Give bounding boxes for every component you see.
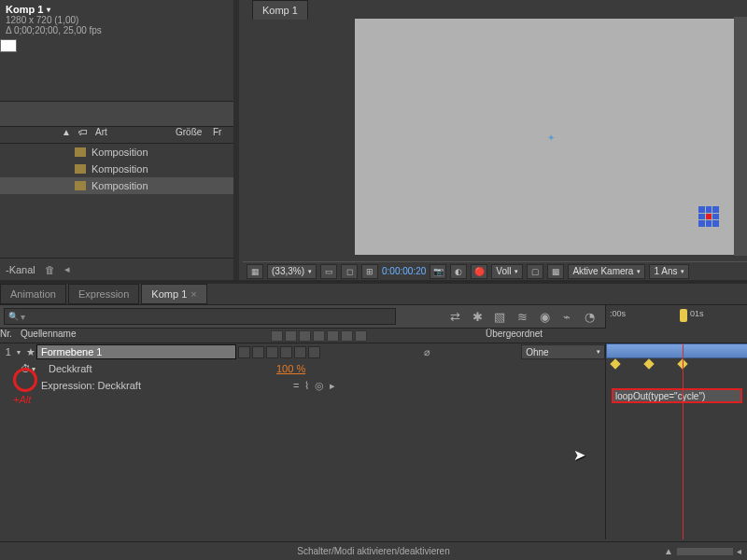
aspect-icon[interactable]: ▭ xyxy=(320,264,337,279)
frame-blend-icon[interactable]: ▧ xyxy=(491,308,508,325)
lock-icon[interactable] xyxy=(313,330,325,342)
resolution-dropdown[interactable]: Voll xyxy=(491,264,523,279)
trash-icon[interactable]: 🗑 xyxy=(45,264,55,275)
timeline-tabs: Animation Expression Komp 1× xyxy=(0,284,747,304)
switch[interactable] xyxy=(238,346,250,358)
close-icon[interactable]: × xyxy=(190,288,196,300)
comp-icon xyxy=(75,147,86,157)
expr-enable-icon[interactable]: = xyxy=(293,380,299,392)
grid-icon[interactable]: ▦ xyxy=(247,264,263,279)
current-time[interactable]: 0:00:00:20 xyxy=(382,266,426,276)
layer-row[interactable]: 1 ▾ ★ Formebene 1 ⌀ Ohne xyxy=(0,343,605,360)
twirl-down-icon[interactable]: ▾ xyxy=(17,348,27,357)
col-fr[interactable]: Fr xyxy=(213,127,233,143)
timeline-footer: Schalter/Modi aktivieren/deaktivieren ▲ … xyxy=(0,541,747,560)
pickwhip-icon[interactable]: ⌀ xyxy=(424,346,430,357)
label-icon[interactable] xyxy=(327,330,339,342)
timeline-search-input[interactable]: ▾ xyxy=(4,308,396,325)
comp-icon xyxy=(75,181,86,190)
viewer-toolbar: ▦ (33,3%) ▭ ◻ ⊞ 0:00:00:20 📷 ◐ 🔴 Voll ▢ … xyxy=(243,261,747,280)
mask-icon[interactable]: ◻ xyxy=(341,264,358,279)
expr-graph-icon[interactable]: ⌇ xyxy=(304,380,309,392)
draft3d-icon[interactable]: ✱ xyxy=(469,308,486,325)
current-time-indicator[interactable] xyxy=(677,305,688,329)
project-list-header[interactable]: ▲ 🏷 Art Größe Fr xyxy=(0,127,233,144)
comp-flowchart-icon[interactable]: ⇄ xyxy=(446,308,463,325)
layer-duration-bar[interactable] xyxy=(606,343,747,358)
timeline-ruler[interactable]: :00s 01s xyxy=(605,305,747,329)
tab-expression[interactable]: Expression xyxy=(68,284,139,304)
project-filter-bar[interactable] xyxy=(0,101,233,127)
comp-timecode-fps: Δ 0;00;20;00, 25,00 fps xyxy=(6,25,228,35)
expression-text-field[interactable]: loopOut(type="cycle") xyxy=(612,388,742,403)
property-row[interactable]: ⏱ ▾ Deckkraft 100 % xyxy=(0,360,605,377)
timeline-zoom[interactable]: ▲ ◂ xyxy=(664,546,741,556)
zoom-slider[interactable] xyxy=(677,548,733,555)
shape-layer-handles[interactable] xyxy=(698,206,719,227)
timeline-track-area[interactable]: loopOut(type="cycle") xyxy=(605,343,747,539)
color-icon[interactable]: 🔴 xyxy=(471,264,487,279)
switches-toggle[interactable]: Schalter/Modi aktivieren/deaktivieren xyxy=(297,546,449,556)
switch[interactable] xyxy=(266,346,278,358)
switch[interactable] xyxy=(280,346,292,358)
tab-animation[interactable]: Animation xyxy=(0,284,66,304)
timeline-columns: Nr. Quellenname Übergeordnet xyxy=(0,329,747,343)
prev-icon[interactable]: ◂ xyxy=(64,263,70,275)
fx-icon[interactable] xyxy=(285,330,297,342)
motion-blur-icon[interactable]: ≋ xyxy=(514,308,530,325)
stopwatch-icon[interactable]: ⏱ xyxy=(19,362,32,375)
autokeyframe-icon[interactable]: ◔ xyxy=(581,308,598,325)
cti-line[interactable] xyxy=(683,343,684,539)
col-size[interactable]: Größe xyxy=(176,127,213,143)
solo-icon[interactable] xyxy=(299,330,311,342)
graph-editor-icon[interactable]: ⌁ xyxy=(558,308,575,325)
keyframe-icon[interactable] xyxy=(643,358,654,369)
project-panel: Komp 1 1280 x 720 (1,00) Δ 0;00;20;00, 2… xyxy=(0,0,233,103)
comp-icon xyxy=(75,164,86,174)
shy-icon[interactable] xyxy=(271,330,283,342)
expr-menu-icon[interactable]: ▸ xyxy=(330,380,335,392)
annotation-alt: +Alt xyxy=(13,394,31,405)
comp-thumbnail xyxy=(0,39,17,52)
comp-title[interactable]: Komp 1 xyxy=(6,4,228,15)
panel-divider[interactable] xyxy=(233,0,239,280)
keyframe-icon[interactable] xyxy=(610,358,620,369)
twirl-icon[interactable]: ▾ xyxy=(32,365,43,373)
timeline-toolbar: ▾ ⇄ ✱ ▧ ≋ ◉ ⌁ ◔ :00s 01s xyxy=(0,304,747,329)
sort-arrow-icon[interactable]: ▲ xyxy=(0,127,75,143)
list-item[interactable]: Komposition xyxy=(0,177,233,194)
switch[interactable] xyxy=(294,346,306,358)
roi-icon[interactable]: ▢ xyxy=(527,264,543,279)
camera-dropdown[interactable]: Aktive Kamera xyxy=(568,264,645,279)
composition-viewport[interactable]: ✦ xyxy=(355,19,747,255)
snapshot-icon[interactable]: 📷 xyxy=(430,264,446,279)
quality-icon[interactable] xyxy=(341,330,353,342)
zoom-dropdown[interactable]: (33,3%) xyxy=(267,264,317,279)
switch[interactable] xyxy=(308,346,320,358)
tab-komp1[interactable]: Komp 1× xyxy=(141,284,206,304)
safe-icon[interactable]: ⊞ xyxy=(361,264,378,279)
channel-icon[interactable]: ◐ xyxy=(450,264,467,279)
list-item[interactable]: Komposition xyxy=(0,144,233,161)
zoom-in-icon[interactable]: ◂ xyxy=(737,546,741,556)
property-name: Deckkraft xyxy=(43,363,276,374)
col-switches xyxy=(271,329,482,343)
layer-name-field[interactable]: Formebene 1 xyxy=(36,344,236,359)
views-dropdown[interactable]: 1 Ans xyxy=(649,264,689,279)
brainstorm-icon[interactable]: ◉ xyxy=(536,308,553,325)
viewer-scrollbar[interactable] xyxy=(734,17,747,256)
shape-layer-icon: ★ xyxy=(26,346,36,358)
keyframe-row xyxy=(606,358,747,371)
switch[interactable] xyxy=(252,346,264,358)
viewer-tab[interactable]: Komp 1 xyxy=(252,0,308,20)
zoom-out-icon[interactable]: ▲ xyxy=(664,546,673,556)
list-item[interactable]: Komposition xyxy=(0,161,233,177)
tag-icon[interactable]: 🏷 xyxy=(75,127,92,143)
3d-icon[interactable] xyxy=(355,330,367,342)
parent-dropdown[interactable]: Ohne xyxy=(521,344,605,359)
property-value[interactable]: 100 % xyxy=(276,363,305,374)
expr-pickwhip-icon[interactable]: ◎ xyxy=(315,380,324,392)
transparency-icon[interactable]: ▩ xyxy=(547,264,564,279)
col-name[interactable]: Art xyxy=(92,127,176,143)
timeline-layers: 1 ▾ ★ Formebene 1 ⌀ Ohne ⏱ ▾ Deckkraft 1… xyxy=(0,343,605,539)
